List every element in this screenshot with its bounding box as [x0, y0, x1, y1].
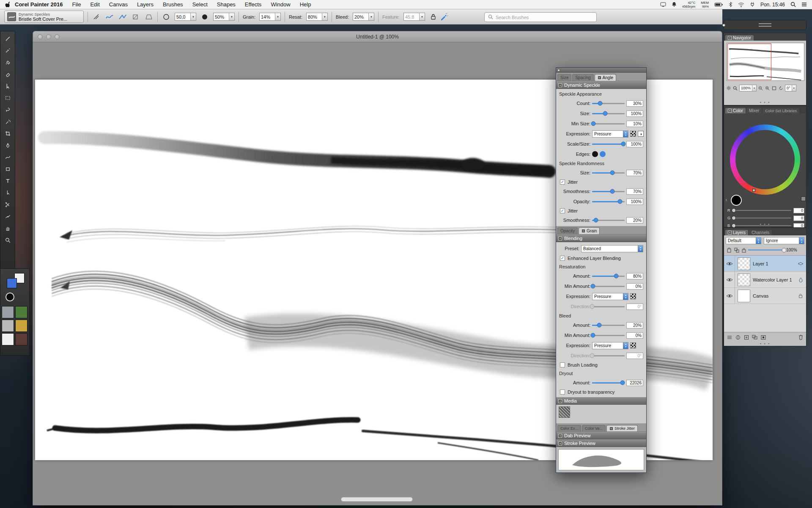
close-panel-icon[interactable]: × — [558, 442, 562, 445]
rect-select-tool-icon[interactable] — [3, 94, 12, 102]
speckle-opacity-slider[interactable] — [592, 201, 625, 202]
dab-preview-header[interactable]: × Dab Preview — [556, 432, 646, 439]
layer-opacity-slider[interactable] — [748, 249, 785, 251]
paint-bucket-tool-icon[interactable] — [3, 58, 12, 66]
lock-layer-icon[interactable] — [741, 247, 746, 253]
opacity-value[interactable]: 50% — [214, 14, 229, 19]
panel-resize-dots[interactable]: • • • — [724, 223, 806, 226]
count-value[interactable]: 30% — [626, 100, 643, 107]
menu-window[interactable]: Window — [271, 1, 290, 8]
bleed-amount-value[interactable]: 20% — [626, 322, 643, 329]
expression-settings-icon[interactable] — [630, 131, 636, 137]
menu-canvas[interactable]: Canvas — [109, 1, 128, 8]
zoom-dropdown-icon[interactable]: ▼ — [752, 85, 756, 91]
magnifier-tool-icon[interactable] — [3, 236, 12, 244]
gradient-selector[interactable] — [15, 320, 27, 332]
bleed-min-value[interactable]: 0% — [626, 332, 643, 339]
scale-size-slider[interactable] — [592, 144, 625, 145]
menu-effects[interactable]: Effects — [245, 1, 262, 8]
resat-amount-slider[interactable] — [592, 276, 625, 277]
palette-close-dot[interactable] — [557, 69, 560, 72]
delete-layer-trash-icon[interactable] — [798, 334, 804, 340]
zoom-level-value[interactable]: 100% — [740, 86, 752, 90]
saturation-value-triangle[interactable] — [730, 124, 800, 195]
visibility-eye-icon[interactable] — [724, 272, 735, 287]
stepper-icon[interactable]: ▲▼ — [799, 237, 804, 244]
new-group-icon[interactable] — [752, 334, 757, 340]
zoom-out-icon[interactable] — [758, 86, 763, 91]
collapsed-palette-strip[interactable] — [724, 20, 807, 30]
stepper-icon[interactable]: ▲▼ — [638, 246, 643, 252]
current-gradient-swatch[interactable] — [5, 293, 14, 301]
close-panel-icon[interactable]: × — [558, 434, 562, 438]
resat-amount-value[interactable]: 80% — [626, 273, 643, 279]
zoom-level-field[interactable]: 100% ▼ — [739, 85, 757, 91]
close-window-button[interactable] — [38, 34, 43, 39]
dryout-amount-value[interactable]: 22026 — [626, 380, 643, 386]
opacity-dropdown-icon[interactable]: ▼ — [229, 13, 234, 20]
size-value-field[interactable]: 50,0 ▼ — [175, 13, 196, 21]
layer-mask-icon[interactable] — [760, 334, 766, 340]
resat-min-slider[interactable] — [592, 286, 625, 287]
layer-row-watercolor-layer-1[interactable]: Watercolor Layer 1 — [724, 272, 806, 288]
current-color-swatch[interactable] — [731, 195, 742, 206]
tab-size[interactable]: Size — [557, 74, 571, 81]
rotation-field[interactable]: 0° ▼ — [785, 85, 796, 91]
tab-grain[interactable]: ×Grain — [579, 227, 600, 234]
resat-value-field[interactable]: 80% ▼ — [306, 13, 328, 21]
nozzle-selector[interactable] — [2, 333, 14, 345]
rotate-canvas-icon[interactable] — [778, 86, 784, 91]
layer-thumbnail[interactable] — [738, 257, 750, 270]
straight-strokes-icon[interactable] — [118, 12, 127, 22]
palette-drag-bar[interactable] — [556, 68, 646, 73]
speckle-opacity-value[interactable]: 100% — [626, 199, 643, 205]
tab-angle[interactable]: ×Angle — [595, 74, 617, 81]
layer-opacity-value[interactable]: 100% — [786, 248, 797, 252]
smoothness-value-1[interactable]: 70% — [626, 188, 643, 195]
collapsed-palette-handle[interactable] — [759, 26, 771, 27]
navigator-preview[interactable] — [727, 43, 804, 81]
red-slider[interactable] — [733, 210, 791, 211]
navigator-view-rectangle[interactable] — [727, 44, 771, 80]
expression-settings-icon[interactable] — [630, 342, 636, 348]
palette-close-dot[interactable] — [722, 24, 725, 27]
brush-ghost-icon[interactable] — [92, 12, 101, 22]
tab-stroke-jitter[interactable]: ×Stroke Jitter — [606, 425, 638, 431]
tab-color-variability[interactable]: Color Va... — [582, 425, 606, 431]
feature-value[interactable]: 45.8 — [404, 14, 419, 19]
grain-dropdown-icon[interactable]: ▼ — [275, 13, 280, 20]
layer-name[interactable]: Canvas — [753, 293, 796, 298]
expression-dropdown[interactable]: Pressure ▲▼ — [592, 130, 628, 138]
spotlight-search-icon[interactable] — [790, 2, 796, 7]
brush-selector[interactable]: Dynamic Speckles Bristle Soft Cover Pre.… — [4, 11, 84, 23]
brush-loading-checkbox[interactable] — [560, 362, 565, 367]
apple-menu-icon[interactable] — [5, 1, 11, 8]
close-panel-icon[interactable]: × — [728, 231, 732, 235]
scale-size-value[interactable]: 100% — [626, 141, 643, 147]
dynamic-speckle-header[interactable]: × Dynamic Speckle — [556, 81, 646, 89]
menu-layers[interactable]: Layers — [137, 1, 154, 8]
rotation-value[interactable]: 0° — [785, 86, 792, 90]
randomness-size-slider[interactable] — [592, 172, 625, 174]
menu-select[interactable]: Select — [192, 1, 208, 8]
dryout-transparency-checkbox[interactable] — [560, 389, 565, 395]
perspective-icon[interactable] — [144, 12, 154, 22]
close-panel-icon[interactable]: × — [728, 109, 732, 113]
scissors-tool-icon[interactable] — [3, 200, 12, 209]
brush-search-pen-icon[interactable] — [440, 13, 448, 22]
preserve-transparency-icon[interactable] — [727, 247, 732, 253]
menu-file[interactable]: File — [72, 1, 81, 8]
tab-channels[interactable]: Channels — [749, 230, 772, 235]
tab-opacity[interactable]: Opacity — [557, 227, 578, 234]
wifi-icon[interactable] — [738, 2, 744, 7]
layer-commands-icon[interactable] — [727, 334, 732, 340]
close-panel-icon[interactable]: × — [558, 399, 562, 403]
media-swatch[interactable] — [559, 406, 570, 418]
close-panel-icon[interactable]: × — [558, 237, 562, 240]
opacity-value-field[interactable]: 50% ▼ — [213, 13, 235, 21]
notification-bell-icon[interactable] — [672, 2, 677, 7]
feature-value-field[interactable]: 45.8 ▼ — [403, 13, 425, 21]
close-panel-icon[interactable]: × — [728, 36, 732, 40]
edges-hard-option[interactable] — [592, 151, 598, 157]
jitter-checkbox[interactable] — [560, 179, 565, 185]
